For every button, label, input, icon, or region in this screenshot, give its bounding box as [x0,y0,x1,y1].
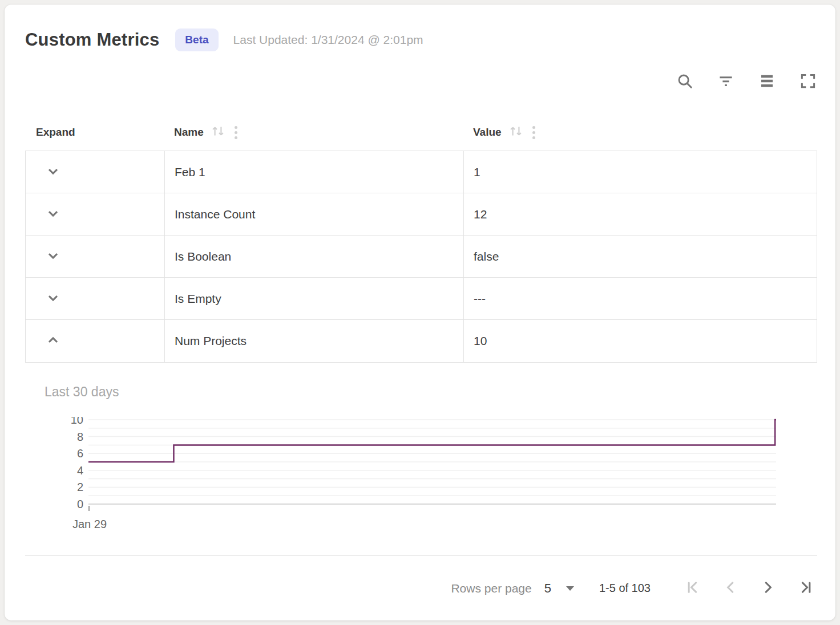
chart-title: Last 30 days [45,384,817,400]
custom-metrics-card: Custom Metrics Beta Last Updated: 1/31/2… [5,5,835,620]
column-label: Name [174,126,204,139]
expand-row-button[interactable] [42,245,64,268]
cell-value: 10 [464,320,817,362]
chevron-right-icon [760,579,777,598]
header: Custom Metrics Beta Last Updated: 1/31/2… [25,5,817,51]
svg-text:0: 0 [77,498,83,510]
sort-icon[interactable] [508,124,523,141]
first-page-button[interactable] [681,577,704,600]
column-header-expand: Expand [25,126,164,139]
expand-row-button[interactable] [42,287,64,310]
chevron-down-icon [45,290,61,307]
search-icon [676,72,693,90]
filter-icon [717,72,734,90]
expand-row-button[interactable] [42,203,64,226]
filter-button[interactable] [717,72,735,90]
chevron-down-icon [45,163,61,181]
first-page-icon [684,579,701,598]
cell-value: false [464,236,817,277]
column-label: Expand [36,126,75,139]
table-header: Expand Name Value [25,114,817,151]
svg-text:8: 8 [77,431,83,443]
cell-value: --- [464,278,817,319]
chevron-left-icon [722,579,739,598]
density-button[interactable] [758,72,776,90]
column-header-name[interactable]: Name [164,124,463,141]
column-menu-button[interactable] [531,125,536,140]
svg-text:6: 6 [77,447,83,460]
last-page-button[interactable] [794,577,817,600]
density-icon [758,72,776,90]
column-label: Value [473,126,502,139]
num-projects-step-chart: 0246810Jan 29 [60,417,780,531]
cell-name: Num Projects [165,320,464,362]
fullscreen-icon [799,72,817,90]
chevron-down-icon [45,205,61,223]
svg-text:2: 2 [77,481,83,493]
collapse-row-button[interactable] [42,330,64,352]
last-updated-text: Last Updated: 1/31/2024 @ 2:01pm [233,33,423,47]
table-row: Feb 1 1 [26,151,817,193]
fullscreen-button[interactable] [799,72,817,90]
rows-per-page-select[interactable]: 5 [544,581,574,596]
table-row: Is Boolean false [26,236,817,278]
column-header-value[interactable]: Value [463,124,817,141]
sort-icon[interactable] [211,124,225,141]
svg-text:Jan 29: Jan 29 [72,518,107,530]
cell-name: Is Empty [165,278,464,319]
page-range-label: 1-5 of 103 [599,582,651,595]
table-row: Instance Count 12 [26,193,817,236]
grid-toolbar [25,71,817,91]
pagination-footer: Rows per page 5 1-5 of 103 [25,555,817,620]
beta-badge: Beta [175,29,218,51]
svg-text:10: 10 [71,417,83,426]
cell-value: 1 [464,151,817,193]
table-row: Num Projects 10 [26,320,817,362]
rows-per-page-label: Rows per page [451,582,531,595]
next-page-button[interactable] [757,577,780,600]
previous-page-button[interactable] [719,577,742,600]
search-button[interactable] [676,72,694,90]
table-row: Is Empty --- [26,278,817,320]
page-title: Custom Metrics [25,30,159,50]
cell-name: Feb 1 [165,151,464,193]
row-detail-panel: Last 30 days 0246810Jan 29 [25,384,817,533]
svg-text:4: 4 [77,464,83,477]
cell-name: Instance Count [165,193,464,235]
column-menu-button[interactable] [233,125,239,140]
last-page-icon [797,579,814,598]
cell-name: Is Boolean [165,236,464,277]
expand-row-button[interactable] [42,161,64,184]
table-body: Feb 1 1 Instance Count 12 Is Boolean fal… [25,151,817,363]
chevron-up-icon [45,332,61,350]
cell-value: 12 [464,193,817,235]
chevron-down-icon [45,247,61,265]
rows-per-page-value: 5 [544,581,551,596]
caret-down-icon [566,586,574,591]
